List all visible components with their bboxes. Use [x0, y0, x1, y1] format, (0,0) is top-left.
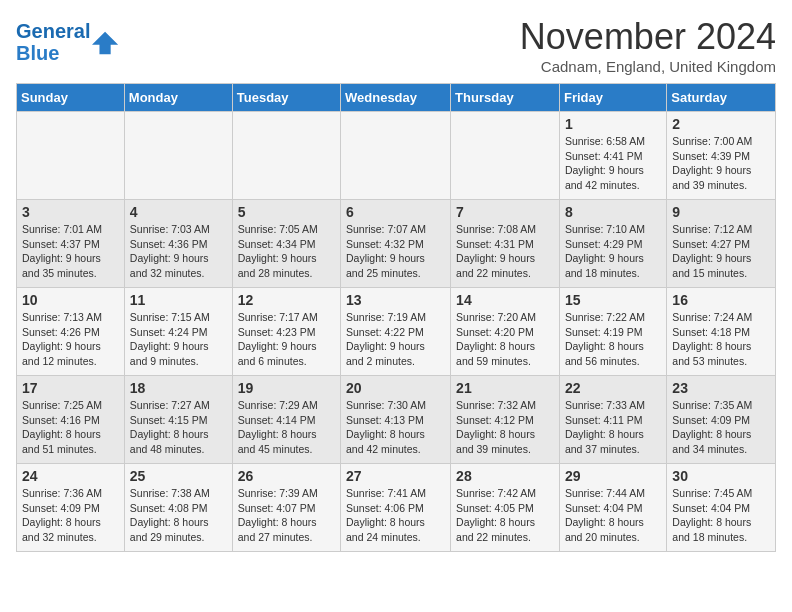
cell-info: Sunrise: 7:32 AM Sunset: 4:12 PM Dayligh… [456, 398, 554, 457]
calendar-cell: 25Sunrise: 7:38 AM Sunset: 4:08 PM Dayli… [124, 464, 232, 552]
logo-icon [92, 28, 120, 56]
day-number: 14 [456, 292, 554, 308]
calendar-cell: 7Sunrise: 7:08 AM Sunset: 4:31 PM Daylig… [451, 200, 560, 288]
header: General Blue November 2024 Cadnam, Engla… [16, 16, 776, 75]
cell-info: Sunrise: 7:05 AM Sunset: 4:34 PM Dayligh… [238, 222, 335, 281]
calendar-cell: 14Sunrise: 7:20 AM Sunset: 4:20 PM Dayli… [451, 288, 560, 376]
calendar-cell: 1Sunrise: 6:58 AM Sunset: 4:41 PM Daylig… [559, 112, 666, 200]
cell-info: Sunrise: 7:35 AM Sunset: 4:09 PM Dayligh… [672, 398, 770, 457]
cell-info: Sunrise: 7:13 AM Sunset: 4:26 PM Dayligh… [22, 310, 119, 369]
calendar-cell: 8Sunrise: 7:10 AM Sunset: 4:29 PM Daylig… [559, 200, 666, 288]
calendar-cell [17, 112, 125, 200]
calendar-cell: 15Sunrise: 7:22 AM Sunset: 4:19 PM Dayli… [559, 288, 666, 376]
cell-info: Sunrise: 7:12 AM Sunset: 4:27 PM Dayligh… [672, 222, 770, 281]
day-number: 9 [672, 204, 770, 220]
day-number: 19 [238, 380, 335, 396]
calendar-cell [232, 112, 340, 200]
calendar-cell: 30Sunrise: 7:45 AM Sunset: 4:04 PM Dayli… [667, 464, 776, 552]
day-header-wednesday: Wednesday [341, 84, 451, 112]
cell-info: Sunrise: 7:38 AM Sunset: 4:08 PM Dayligh… [130, 486, 227, 545]
cell-info: Sunrise: 7:07 AM Sunset: 4:32 PM Dayligh… [346, 222, 445, 281]
cell-info: Sunrise: 7:39 AM Sunset: 4:07 PM Dayligh… [238, 486, 335, 545]
cell-info: Sunrise: 7:22 AM Sunset: 4:19 PM Dayligh… [565, 310, 661, 369]
calendar-cell: 21Sunrise: 7:32 AM Sunset: 4:12 PM Dayli… [451, 376, 560, 464]
calendar-cell: 5Sunrise: 7:05 AM Sunset: 4:34 PM Daylig… [232, 200, 340, 288]
calendar-cell: 13Sunrise: 7:19 AM Sunset: 4:22 PM Dayli… [341, 288, 451, 376]
calendar-header-row: SundayMondayTuesdayWednesdayThursdayFrid… [17, 84, 776, 112]
calendar-cell: 2Sunrise: 7:00 AM Sunset: 4:39 PM Daylig… [667, 112, 776, 200]
calendar-week-0: 1Sunrise: 6:58 AM Sunset: 4:41 PM Daylig… [17, 112, 776, 200]
calendar-body: 1Sunrise: 6:58 AM Sunset: 4:41 PM Daylig… [17, 112, 776, 552]
day-number: 18 [130, 380, 227, 396]
calendar-cell: 10Sunrise: 7:13 AM Sunset: 4:26 PM Dayli… [17, 288, 125, 376]
cell-info: Sunrise: 7:24 AM Sunset: 4:18 PM Dayligh… [672, 310, 770, 369]
calendar-cell: 24Sunrise: 7:36 AM Sunset: 4:09 PM Dayli… [17, 464, 125, 552]
day-number: 4 [130, 204, 227, 220]
cell-info: Sunrise: 7:30 AM Sunset: 4:13 PM Dayligh… [346, 398, 445, 457]
day-number: 3 [22, 204, 119, 220]
cell-info: Sunrise: 7:44 AM Sunset: 4:04 PM Dayligh… [565, 486, 661, 545]
day-number: 15 [565, 292, 661, 308]
day-number: 2 [672, 116, 770, 132]
calendar-cell: 18Sunrise: 7:27 AM Sunset: 4:15 PM Dayli… [124, 376, 232, 464]
calendar-cell: 4Sunrise: 7:03 AM Sunset: 4:36 PM Daylig… [124, 200, 232, 288]
calendar-cell: 19Sunrise: 7:29 AM Sunset: 4:14 PM Dayli… [232, 376, 340, 464]
calendar-cell: 26Sunrise: 7:39 AM Sunset: 4:07 PM Dayli… [232, 464, 340, 552]
subtitle: Cadnam, England, United Kingdom [520, 58, 776, 75]
logo: General Blue [16, 20, 120, 64]
calendar-cell: 28Sunrise: 7:42 AM Sunset: 4:05 PM Dayli… [451, 464, 560, 552]
day-header-saturday: Saturday [667, 84, 776, 112]
calendar-cell: 12Sunrise: 7:17 AM Sunset: 4:23 PM Dayli… [232, 288, 340, 376]
day-header-thursday: Thursday [451, 84, 560, 112]
day-number: 25 [130, 468, 227, 484]
day-number: 11 [130, 292, 227, 308]
day-number: 7 [456, 204, 554, 220]
calendar-week-3: 17Sunrise: 7:25 AM Sunset: 4:16 PM Dayli… [17, 376, 776, 464]
calendar-cell: 9Sunrise: 7:12 AM Sunset: 4:27 PM Daylig… [667, 200, 776, 288]
day-number: 30 [672, 468, 770, 484]
calendar-cell: 27Sunrise: 7:41 AM Sunset: 4:06 PM Dayli… [341, 464, 451, 552]
cell-info: Sunrise: 7:17 AM Sunset: 4:23 PM Dayligh… [238, 310, 335, 369]
calendar-cell: 23Sunrise: 7:35 AM Sunset: 4:09 PM Dayli… [667, 376, 776, 464]
calendar-week-4: 24Sunrise: 7:36 AM Sunset: 4:09 PM Dayli… [17, 464, 776, 552]
day-number: 23 [672, 380, 770, 396]
cell-info: Sunrise: 7:19 AM Sunset: 4:22 PM Dayligh… [346, 310, 445, 369]
day-number: 29 [565, 468, 661, 484]
calendar-cell: 22Sunrise: 7:33 AM Sunset: 4:11 PM Dayli… [559, 376, 666, 464]
cell-info: Sunrise: 7:15 AM Sunset: 4:24 PM Dayligh… [130, 310, 227, 369]
calendar-week-2: 10Sunrise: 7:13 AM Sunset: 4:26 PM Dayli… [17, 288, 776, 376]
cell-info: Sunrise: 7:08 AM Sunset: 4:31 PM Dayligh… [456, 222, 554, 281]
day-number: 24 [22, 468, 119, 484]
day-number: 26 [238, 468, 335, 484]
cell-info: Sunrise: 7:33 AM Sunset: 4:11 PM Dayligh… [565, 398, 661, 457]
cell-info: Sunrise: 7:10 AM Sunset: 4:29 PM Dayligh… [565, 222, 661, 281]
calendar-cell: 20Sunrise: 7:30 AM Sunset: 4:13 PM Dayli… [341, 376, 451, 464]
cell-info: Sunrise: 7:36 AM Sunset: 4:09 PM Dayligh… [22, 486, 119, 545]
day-number: 22 [565, 380, 661, 396]
day-number: 12 [238, 292, 335, 308]
calendar-cell: 11Sunrise: 7:15 AM Sunset: 4:24 PM Dayli… [124, 288, 232, 376]
cell-info: Sunrise: 7:03 AM Sunset: 4:36 PM Dayligh… [130, 222, 227, 281]
svg-marker-0 [92, 32, 118, 54]
cell-info: Sunrise: 7:27 AM Sunset: 4:15 PM Dayligh… [130, 398, 227, 457]
day-number: 20 [346, 380, 445, 396]
month-title: November 2024 [520, 16, 776, 58]
day-header-monday: Monday [124, 84, 232, 112]
day-header-tuesday: Tuesday [232, 84, 340, 112]
day-header-friday: Friday [559, 84, 666, 112]
cell-info: Sunrise: 7:42 AM Sunset: 4:05 PM Dayligh… [456, 486, 554, 545]
cell-info: Sunrise: 7:25 AM Sunset: 4:16 PM Dayligh… [22, 398, 119, 457]
calendar-cell [124, 112, 232, 200]
day-number: 16 [672, 292, 770, 308]
day-number: 21 [456, 380, 554, 396]
day-number: 5 [238, 204, 335, 220]
cell-info: Sunrise: 7:45 AM Sunset: 4:04 PM Dayligh… [672, 486, 770, 545]
cell-info: Sunrise: 6:58 AM Sunset: 4:41 PM Dayligh… [565, 134, 661, 193]
cell-info: Sunrise: 7:20 AM Sunset: 4:20 PM Dayligh… [456, 310, 554, 369]
day-number: 10 [22, 292, 119, 308]
cell-info: Sunrise: 7:41 AM Sunset: 4:06 PM Dayligh… [346, 486, 445, 545]
title-area: November 2024 Cadnam, England, United Ki… [520, 16, 776, 75]
cell-info: Sunrise: 7:01 AM Sunset: 4:37 PM Dayligh… [22, 222, 119, 281]
calendar-cell: 29Sunrise: 7:44 AM Sunset: 4:04 PM Dayli… [559, 464, 666, 552]
calendar-week-1: 3Sunrise: 7:01 AM Sunset: 4:37 PM Daylig… [17, 200, 776, 288]
